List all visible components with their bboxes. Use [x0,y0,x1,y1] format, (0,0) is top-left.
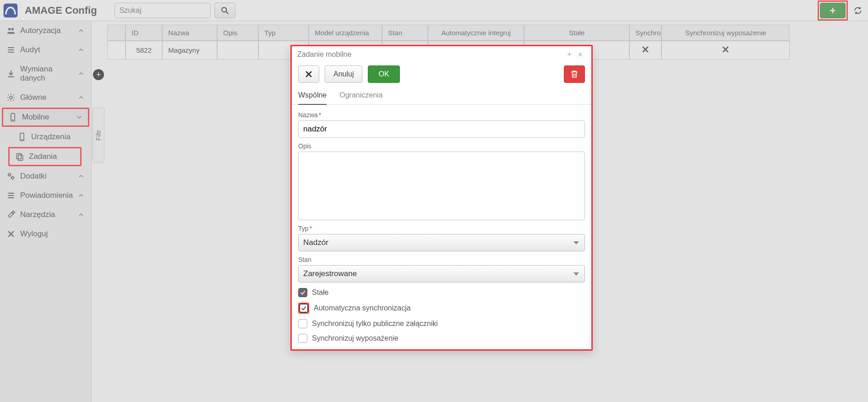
x-icon: × [578,50,583,59]
highlight-checkbox-autosync [298,303,309,314]
select-typ[interactable]: Nadzór [298,234,585,251]
column-header[interactable]: Typ [258,25,309,41]
column-header[interactable]: Synchronizuj wyposażenie [661,25,790,41]
x-icon [721,48,730,55]
column-header[interactable] [107,25,126,41]
table-header-row: ID Nazwa Opis Typ Model urządzenia Stan … [107,25,868,41]
sidebar-item-wyloguj[interactable]: Wyloguj [0,224,91,244]
column-header[interactable]: ID [126,25,162,41]
chevron-up-icon [77,172,85,181]
search-input[interactable] [115,3,211,18]
chevron-up-icon [77,93,85,102]
column-header[interactable]: Model urządzenia [309,25,382,41]
column-header[interactable]: Synchronizuj tylko publiczne pliki [629,25,661,41]
sidebar-item-label: Urządzenia [31,132,85,141]
sidebar-item-label: Mobilne [22,113,71,122]
plus-icon: + [96,70,101,80]
dialog-title: Zadanie mobilne [297,50,351,59]
checkbox-stale[interactable] [298,288,307,297]
sidebar-item-label: Dodatki [20,172,73,181]
checkbox-autosync[interactable] [299,304,308,313]
refresh-icon [853,6,863,15]
column-header[interactable]: Stan [382,25,428,41]
sidebar-item-mobilne[interactable]: Mobilne [3,109,88,125]
sidebar-item-label: Wyloguj [20,229,85,239]
select-stan[interactable]: Zarejestrowane [298,265,585,282]
sidebar: Autoryzacja Audyt Wymiana danych Główne … [0,21,92,402]
list-icon [6,191,16,200]
svg-rect-16 [16,153,21,159]
x-icon [6,229,16,239]
sidebar-item-wymiana[interactable]: Wymiana danych [0,60,91,88]
dialog-close-x[interactable]: × [575,50,586,60]
ok-button[interactable]: OK [368,65,399,83]
tab-wspolne[interactable]: Wspólne [298,87,327,105]
checkbox-sync-pub[interactable] [298,319,307,328]
header: AMAGE Config [0,0,868,21]
cancel-button[interactable]: Anuluj [325,65,362,83]
highlight-add-button [818,0,848,21]
label-stan: Stan [298,256,585,263]
wrench-icon [6,210,16,219]
svg-point-5 [8,28,11,30]
sidebar-item-label: Główne [20,93,73,102]
sidebar-item-glowne[interactable]: Główne [0,88,91,107]
select-value: Zarejestrowane [303,269,357,278]
check-label: Automatyczna synchronizacja [314,304,411,312]
sidebar-item-dodatki[interactable]: Dodatki [0,167,91,186]
highlight-sidebar-mobilne: Mobilne [2,108,89,127]
add-button[interactable] [820,3,846,18]
users-icon [6,26,16,35]
dialog-titlebar: Zadanie mobilne + × [292,46,591,63]
phone-icon [8,113,17,122]
x-icon [641,48,650,55]
sidebar-item-powiadomienia[interactable]: Powiadomienia [0,186,91,205]
check-row-stale[interactable]: Stałe [298,284,585,297]
sidebar-item-urzadzenia[interactable]: Urządzenia [0,127,91,147]
label-nazwa: Nazwa* [298,111,585,119]
column-header[interactable]: Automatycznie integruj [428,25,524,41]
refresh-button[interactable] [852,3,864,18]
sidebar-item-label: Narzędzia [20,210,73,219]
check-row-autosync[interactable]: Automatyczna synchronizacja [298,299,585,314]
cell-nazwa: Magazyny [162,41,217,60]
svg-line-2 [226,11,228,14]
close-button[interactable] [298,65,319,83]
check-row-sync-pub[interactable]: Synchronizuj tylko publiczne załączniki [298,315,585,328]
dialog-add-button[interactable]: + [564,50,575,60]
sidebar-item-zadania[interactable]: Zadania [10,148,80,165]
copy-icon [15,152,24,161]
dialog-actions: Anuluj OK [292,63,591,87]
dialog-tabs: Wspólne Ograniczenia [292,87,591,105]
input-opis[interactable] [298,152,585,220]
delete-button[interactable] [564,65,585,83]
app-logo [0,0,21,21]
plus-icon [828,6,837,15]
app-title: AMAGE Config [25,5,97,16]
chevron-down-icon [76,113,83,122]
highlight-sidebar-zadania: Zadania [8,147,82,166]
column-header[interactable]: Opis [217,25,258,41]
gear-icon [6,93,16,102]
svg-point-19 [11,177,14,179]
check-label: Synchronizuj wyposażenie [312,334,399,342]
sidebar-item-audyt[interactable]: Audyt [0,40,91,60]
cell-sync-wyp [661,41,790,60]
check-row-sync-wyp[interactable]: Synchronizuj wyposażenie [298,330,585,343]
input-nazwa[interactable] [298,120,585,138]
sidebar-item-narzedzia[interactable]: Narzędzia [0,205,91,224]
cell-opis [217,41,258,60]
dialog-zadanie-mobilne: Zadanie mobilne + × Anuluj OK Wspólne Og… [290,45,593,351]
svg-point-1 [222,7,226,12]
column-header[interactable]: Nazwa [162,25,217,41]
search-icon [220,6,229,15]
tab-ograniczenia[interactable]: Ograniczenia [339,87,382,104]
row-selector-cell[interactable] [107,41,126,60]
search-button[interactable] [214,3,235,18]
filter-add-button[interactable]: + [93,69,104,80]
checkbox-sync-wyp[interactable] [298,334,307,343]
filter-toggle[interactable]: Filtr [93,108,104,163]
column-header[interactable]: Stałe [524,25,629,41]
sidebar-item-autoryzacja[interactable]: Autoryzacja [0,21,91,40]
filter-rail: + Filtr [92,21,105,402]
